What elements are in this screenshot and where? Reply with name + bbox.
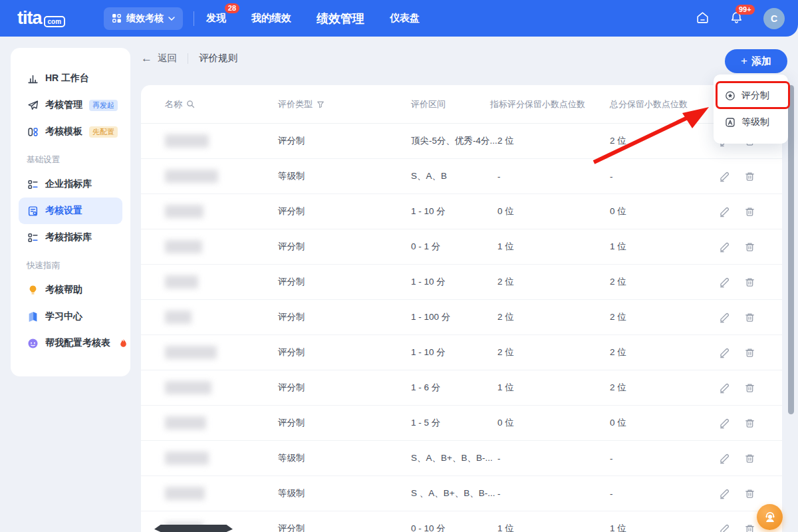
sidebar-item[interactable]: 考核模板先配置 [19,118,122,145]
cell-evaluation-type: 评分制 [278,205,411,217]
edit-button[interactable] [718,347,730,358]
sidebar-item-label: 考核指标库 [45,231,92,243]
list-icon [27,178,39,190]
avatar[interactable]: C [763,8,785,29]
cell-total-decimals: - [610,454,716,464]
cell-evaluation-type: 评分制 [278,382,411,394]
vertical-scrollbar[interactable] [788,85,794,414]
support-chat-button[interactable] [757,504,783,530]
sidebar-item[interactable]: 考核设置 [19,198,122,224]
sidebar-item-label: 帮我配置考核表 [45,337,110,349]
column-header-type[interactable]: 评价类型 [278,98,411,110]
edit-button[interactable] [718,171,730,182]
edit-button[interactable] [718,206,730,217]
topbar-nav: 发现28我的绩效绩效管理仪表盘 [206,11,420,27]
edit-button[interactable] [718,523,730,532]
delete-button[interactable] [744,241,755,253]
table-row[interactable]: 评分制0 - 1 分1 位1 位 [141,229,782,265]
table-row[interactable]: 评分制1 - 5 分0 位0 位 [141,406,782,441]
edit-icon [718,312,730,323]
home-button[interactable] [696,11,710,27]
cell-metric-decimals: - [490,489,610,499]
delete-button[interactable] [744,523,755,532]
sidebar-item[interactable]: HR 工作台 [19,65,122,92]
trash-icon [744,312,755,323]
topbar-nav-item-label: 绩效管理 [317,12,364,25]
home-icon [696,11,710,25]
table-row[interactable]: 等级制S、A、B+、B、B-...-- [141,441,782,476]
robot-icon [27,337,39,349]
edit-button[interactable] [718,241,730,253]
add-button[interactable]: + 添加 [725,49,787,73]
edit-button[interactable] [718,382,730,394]
fire-icon [117,337,129,349]
back-link[interactable]: ← 返回 [141,52,177,65]
cell-name [165,134,278,148]
dropdown-item-label: 评分制 [741,90,769,102]
table-row[interactable]: 评分制0 - 10 分1 位1 位 [141,511,782,532]
cell-total-decimals: - [610,172,716,182]
edit-button[interactable] [718,453,730,464]
filter-icon[interactable] [317,100,325,108]
column-header-name[interactable]: 名称 [165,98,278,110]
table-row[interactable]: 评分制1 - 6 分1 位2 位 [141,370,782,406]
cell-actions [718,206,755,217]
tita-logo[interactable]: tita com [17,8,65,29]
table-row[interactable]: 评分制1 - 10 分2 位2 位 [141,335,782,370]
topbar: tita com 绩效考核 发现28我的绩效绩效管理仪表盘 99+ C [0,0,798,37]
edit-button[interactable] [718,418,730,429]
edit-button[interactable] [718,277,730,288]
app-switcher-button[interactable]: 绩效考核 [104,7,183,30]
delete-button[interactable] [744,206,755,217]
dropdown-item[interactable]: 评分制 [714,82,788,109]
topbar-nav-item-label: 发现 [206,12,226,23]
cell-total-decimals: 2 位 [610,311,716,323]
notifications-count-badge: 99+ [735,5,755,15]
sidebar-item-badge: 先配置 [89,126,118,138]
cell-actions [718,382,755,394]
delete-button[interactable] [744,312,755,323]
delete-button[interactable] [744,382,755,394]
topbar-nav-item[interactable]: 仪表盘 [390,12,420,25]
delete-button[interactable] [744,171,755,182]
delete-button[interactable] [744,453,755,464]
redacted-name-block [165,205,203,218]
delete-button[interactable] [744,418,755,429]
sidebar-item[interactable]: 考核帮助 [19,277,122,303]
logo-brand: tita [17,8,42,29]
table-row[interactable]: 等级制S 、A、B+、B、B-...-- [141,476,782,511]
cell-evaluation-type: 评分制 [278,346,411,358]
notifications-button[interactable]: 99+ [730,11,743,27]
sidebar-item[interactable]: 企业指标库 [19,171,122,198]
table-row[interactable]: 评分制顶尖-5分、优秀-4分...2 位2 位 [141,124,782,159]
logo-tld: com [44,16,66,27]
headset-person-icon [763,510,777,525]
sidebar-item[interactable]: 帮我配置考核表 [19,330,122,356]
table-row[interactable]: 评分制1 - 10 分2 位2 位 [141,265,782,300]
topbar-nav-item[interactable]: 绩效管理 [317,11,364,27]
delete-button[interactable] [744,347,755,358]
sidebar-item[interactable]: 学习中心 [19,303,122,330]
cell-total-decimals: 0 位 [610,417,716,429]
sidebar-item[interactable]: 考核指标库 [19,224,122,251]
delete-button[interactable] [744,488,755,499]
topbar-nav-item[interactable]: 我的绩效 [251,12,291,25]
redacted-name-block [165,452,209,465]
sidebar-item-label: 考核模板 [45,126,82,138]
back-label: 返回 [158,52,177,65]
edit-button[interactable] [718,488,730,499]
table-row[interactable]: 等级制S、A、B-- [141,159,782,194]
sidebar-item[interactable]: 考核管理再发起 [19,92,122,118]
edit-button[interactable] [718,312,730,323]
search-icon[interactable] [186,100,195,108]
table-row[interactable]: 评分制1 - 10 分0 位0 位 [141,194,782,229]
delete-button[interactable] [744,277,755,288]
cell-name [165,240,278,253]
column-header-type-label: 评价类型 [278,98,313,110]
redacted-dark-block [154,525,233,532]
cell-total-decimals: 1 位 [610,241,716,253]
table-row[interactable]: 评分制1 - 100 分2 位2 位 [141,300,782,335]
cell-evaluation-range: 1 - 5 分 [411,417,490,429]
dropdown-item[interactable]: 等级制 [714,109,788,136]
topbar-nav-item[interactable]: 发现28 [206,12,226,25]
